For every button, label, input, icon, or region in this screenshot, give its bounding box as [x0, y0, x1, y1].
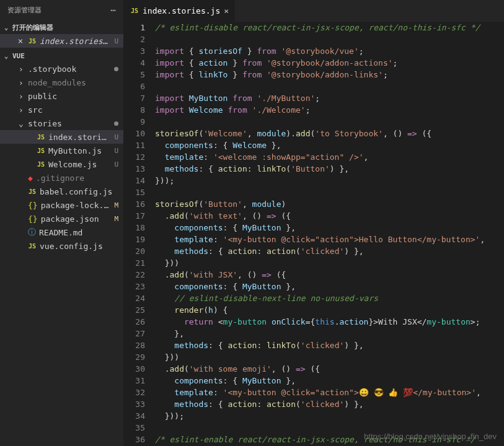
tree-item--storybook[interactable]: ›.storybook: [0, 62, 123, 76]
modified-dot-icon: [114, 67, 118, 71]
chevron-down-icon: ⌄: [2, 24, 10, 32]
git-file-icon: ◆: [28, 173, 33, 183]
vcs-marker: U: [114, 160, 118, 168]
open-editors-section[interactable]: ⌄ 打开的编辑器: [0, 21, 123, 34]
tree-item-stories[interactable]: ⌄stories: [0, 116, 123, 130]
js-file-icon: JS: [37, 161, 45, 168]
code-editor[interactable]: 1234567891011121314151617181920212223242…: [124, 22, 504, 446]
explorer-sidebar: 资源管理器 ⋯ ⌄ 打开的编辑器 × JS index.stories.j...…: [0, 0, 124, 446]
info-file-icon: ⓘ: [28, 227, 36, 238]
js-file-icon: JS: [28, 243, 37, 250]
tree-item--gitignore[interactable]: ◆.gitignore: [0, 171, 123, 185]
close-icon[interactable]: ×: [224, 6, 229, 15]
tab-index-stories[interactable]: JS index.stories.js ×: [124, 0, 236, 22]
line-numbers: 1234567891011121314151617181920212223242…: [124, 22, 155, 446]
tree-item-node-modules[interactable]: ›node_modules: [0, 76, 123, 89]
watermark: https://blog.csdn.net/vipshop_fin_dev: [364, 432, 497, 441]
chevron-icon: ›: [17, 105, 25, 115]
json-file-icon: {}: [28, 214, 38, 224]
tree-item-readme-md[interactable]: ⓘREADME.md: [0, 225, 123, 239]
tree-item-index-stories-js[interactable]: JSindex.stories.jsU: [0, 130, 123, 144]
editor-pane: JS index.stories.js × 123456789101112131…: [124, 0, 504, 446]
chevron-icon: ›: [17, 92, 25, 101]
tree-item-src[interactable]: ›src: [0, 103, 123, 116]
tree-item-mybutton-js[interactable]: JSMyButton.jsU: [0, 144, 123, 157]
js-file-icon: JS: [28, 188, 37, 195]
more-icon[interactable]: ⋯: [111, 5, 116, 15]
chevron-icon: ⌄: [17, 119, 25, 128]
close-icon[interactable]: ×: [16, 36, 25, 46]
vcs-marker: U: [114, 147, 118, 155]
explorer-header: 资源管理器 ⋯: [0, 0, 123, 20]
tree-item-package-json[interactable]: {}package.jsonM: [0, 212, 123, 225]
tree-item-welcome-js[interactable]: JSWelcome.jsU: [0, 157, 123, 171]
js-file-icon: JS: [130, 7, 139, 14]
tree-item-public[interactable]: ›public: [0, 89, 123, 103]
tree-item-babel-config-js[interactable]: JSbabel.config.js: [0, 185, 123, 198]
js-file-icon: JS: [37, 134, 45, 141]
open-editor-item[interactable]: × JS index.stories.j... U: [0, 34, 123, 48]
vcs-marker: M: [114, 215, 118, 223]
json-file-icon: {}: [28, 201, 38, 210]
explorer-title: 资源管理器: [7, 6, 42, 15]
js-file-icon: JS: [28, 38, 37, 45]
tab-bar: JS index.stories.js ×: [124, 0, 504, 22]
vcs-marker: M: [114, 201, 118, 209]
chevron-down-icon: ⌄: [2, 52, 10, 60]
code-content[interactable]: /* eslint-disable react/react-in-jsx-sco…: [155, 22, 504, 446]
vcs-marker: U: [114, 133, 118, 141]
js-file-icon: JS: [37, 147, 45, 154]
modified-dot-icon: [114, 121, 118, 126]
chevron-icon: ›: [17, 78, 25, 87]
tree-item-package-lock-json[interactable]: {}package-lock.jsonM: [0, 198, 123, 212]
tree-item-vue-config-js[interactable]: JSvue.config.js: [0, 239, 123, 253]
chevron-icon: ›: [17, 64, 25, 74]
project-root[interactable]: ⌄ VUE: [0, 50, 123, 62]
